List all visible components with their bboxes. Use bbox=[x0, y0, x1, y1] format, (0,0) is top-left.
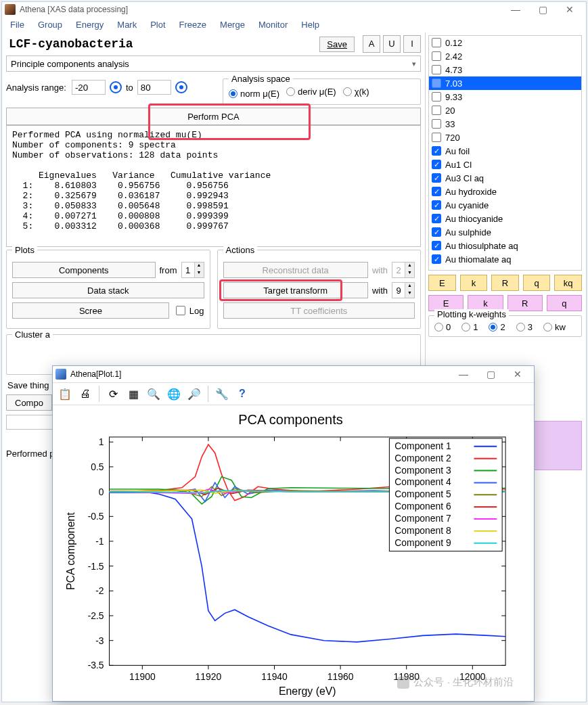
maximize-button[interactable]: ▢ bbox=[529, 2, 556, 17]
list-item[interactable]: 0.12 bbox=[429, 36, 581, 49]
list-checkbox[interactable] bbox=[432, 38, 441, 47]
list-checkbox[interactable] bbox=[432, 187, 441, 196]
list-item[interactable]: Au sulphide bbox=[429, 225, 581, 239]
list-item[interactable]: 720 bbox=[429, 131, 581, 144]
list-item[interactable]: Au cyanide bbox=[429, 198, 581, 212]
pink-R-button[interactable]: R bbox=[507, 295, 543, 311]
yellow-E-button[interactable]: E bbox=[428, 275, 456, 291]
help-icon[interactable]: ? bbox=[235, 387, 249, 401]
analysis-space-radio-2[interactable]: χ(k) bbox=[343, 87, 369, 97]
target-transform-button[interactable]: Target transform bbox=[223, 282, 368, 298]
plot-maximize-button[interactable]: ▢ bbox=[477, 367, 504, 382]
list-item[interactable]: Au hydroxide bbox=[429, 185, 581, 198]
list-item[interactable]: Au thiosulphate aq bbox=[429, 239, 581, 252]
list-item[interactable]: 2.42 bbox=[429, 49, 581, 63]
analysis-type-combo[interactable]: Principle components analysis ▾ bbox=[6, 55, 421, 72]
data-group-list[interactable]: 0.122.424.737.039.332033720Au foilAu1 Cl… bbox=[428, 35, 582, 271]
menu-monitor[interactable]: Monitor bbox=[253, 18, 293, 31]
zoom-in-icon[interactable]: 🔍 bbox=[147, 387, 160, 401]
kweight-radio-kw[interactable]: kw bbox=[543, 322, 566, 332]
list-checkbox[interactable] bbox=[432, 133, 441, 142]
refresh-icon[interactable]: ⟳ bbox=[106, 387, 120, 401]
save-button[interactable]: Save bbox=[319, 37, 355, 52]
list-checkbox[interactable] bbox=[432, 106, 441, 115]
target-icon[interactable] bbox=[175, 81, 187, 93]
list-item[interactable]: Au foil bbox=[429, 144, 581, 158]
list-checkbox[interactable] bbox=[432, 78, 441, 88]
reconstruct-spinner[interactable]: 2▲▼ bbox=[392, 262, 415, 278]
list-checkbox[interactable] bbox=[432, 160, 441, 169]
list-item[interactable]: Au1 Cl bbox=[429, 158, 581, 171]
target-spinner[interactable]: 9▲▼ bbox=[392, 282, 415, 298]
from-spinner[interactable]: 1▲▼ bbox=[181, 262, 204, 278]
reconstruct-button[interactable]: Reconstruct data bbox=[223, 262, 368, 278]
kweight-radio-1[interactable]: 1 bbox=[461, 322, 478, 332]
svg-text:0: 0 bbox=[99, 486, 104, 497]
perform-pca-button[interactable]: Perform PCA bbox=[6, 108, 421, 125]
pca-log: Performed PCA using normalized mu(E) Num… bbox=[6, 125, 421, 247]
I-button[interactable]: I bbox=[403, 35, 421, 53]
chart-title: PCA components bbox=[58, 412, 523, 428]
menu-file[interactable]: File bbox=[5, 18, 30, 31]
plot-minimize-button[interactable]: — bbox=[450, 367, 477, 382]
minimize-button[interactable]: — bbox=[502, 2, 529, 17]
log-checkbox[interactable] bbox=[176, 306, 185, 315]
yellow-q-button[interactable]: q bbox=[523, 275, 551, 291]
components-button[interactable]: Components bbox=[12, 262, 156, 278]
list-checkbox[interactable] bbox=[432, 200, 441, 210]
list-checkbox[interactable] bbox=[432, 214, 441, 223]
wrench-icon[interactable]: 🔧 bbox=[215, 387, 229, 401]
svg-text:Component 3: Component 3 bbox=[394, 465, 451, 476]
pink-q-button[interactable]: q bbox=[547, 295, 582, 311]
list-checkbox[interactable] bbox=[432, 146, 441, 156]
data-stack-button[interactable]: Data stack bbox=[12, 282, 204, 298]
scree-button[interactable]: Scree bbox=[12, 302, 169, 319]
list-item[interactable]: 33 bbox=[429, 117, 581, 131]
list-item[interactable]: 4.73 bbox=[429, 63, 581, 76]
list-item[interactable]: Au3 Cl aq bbox=[429, 171, 581, 185]
compo-button[interactable]: Compo bbox=[6, 394, 52, 411]
analysis-space-radio-0[interactable]: norm μ(E) bbox=[229, 89, 279, 99]
close-button[interactable]: ✕ bbox=[556, 2, 583, 17]
list-item[interactable]: 7.03 bbox=[429, 76, 581, 90]
zoom-fit-icon[interactable]: 🌐 bbox=[167, 387, 181, 401]
list-checkbox[interactable] bbox=[432, 173, 441, 183]
menu-mark[interactable]: Mark bbox=[112, 18, 142, 31]
list-item[interactable]: Au thiomalate aq bbox=[429, 252, 581, 266]
menu-plot[interactable]: Plot bbox=[145, 18, 171, 31]
list-checkbox[interactable] bbox=[432, 241, 441, 250]
tt-coeff-button[interactable]: TT coefficients bbox=[223, 302, 415, 319]
menu-merge[interactable]: Merge bbox=[214, 18, 250, 31]
list-checkbox[interactable] bbox=[432, 254, 441, 264]
kweight-radio-2[interactable]: 2 bbox=[489, 322, 505, 332]
yellow-R-button[interactable]: R bbox=[491, 275, 519, 291]
range-to-input[interactable] bbox=[137, 80, 171, 95]
list-checkbox[interactable] bbox=[432, 92, 441, 101]
list-checkbox[interactable] bbox=[432, 65, 441, 74]
plot-close-button[interactable]: ✕ bbox=[504, 367, 531, 382]
printer-icon[interactable]: 🖨 bbox=[78, 387, 92, 401]
menu-group[interactable]: Group bbox=[32, 18, 68, 31]
list-checkbox[interactable] bbox=[432, 51, 441, 61]
menu-energy[interactable]: Energy bbox=[70, 18, 109, 31]
yellow-kq-button[interactable]: kq bbox=[554, 275, 582, 291]
menu-freeze[interactable]: Freeze bbox=[174, 18, 212, 31]
range-from-input[interactable] bbox=[72, 80, 106, 95]
list-checkbox[interactable] bbox=[432, 227, 441, 237]
target-icon[interactable] bbox=[110, 81, 122, 93]
kweight-radio-0[interactable]: 0 bbox=[434, 322, 451, 332]
list-item[interactable]: 20 bbox=[429, 104, 581, 117]
menu-help[interactable]: Help bbox=[296, 18, 325, 31]
zoom-region-icon[interactable]: 🔎 bbox=[187, 387, 201, 401]
U-button[interactable]: U bbox=[383, 35, 401, 53]
A-button[interactable]: A bbox=[363, 35, 380, 53]
list-item[interactable]: Au thiocyanide bbox=[429, 212, 581, 225]
kweight-radio-3[interactable]: 3 bbox=[516, 322, 533, 332]
list-checkbox[interactable] bbox=[432, 119, 441, 129]
yellow-k-button[interactable]: k bbox=[460, 275, 488, 291]
grid-icon[interactable]: ▦ bbox=[127, 387, 140, 401]
analysis-space-radio-1[interactable]: deriv μ(E) bbox=[286, 87, 336, 97]
clipboard-icon[interactable]: 📋 bbox=[58, 387, 72, 401]
list-item[interactable]: 9.33 bbox=[429, 90, 581, 104]
chevron-down-icon: ▾ bbox=[412, 60, 416, 68]
